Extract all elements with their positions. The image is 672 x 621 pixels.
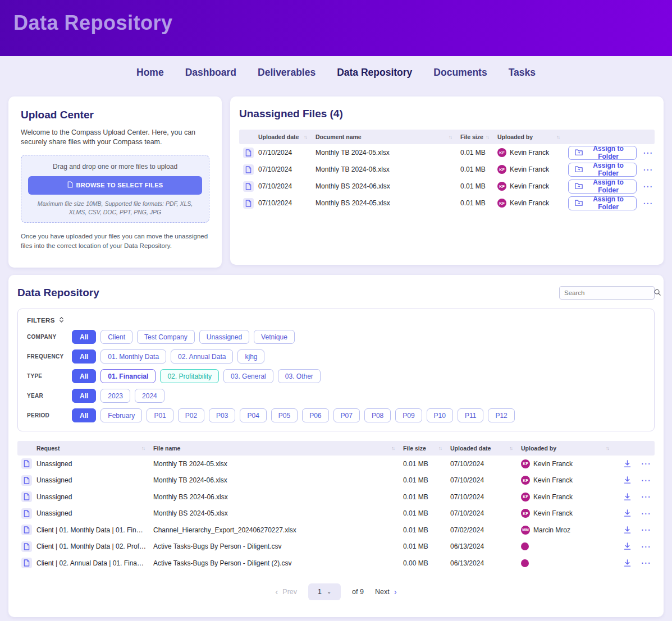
more-menu-icon[interactable]: ⋯: [643, 165, 652, 174]
download-icon[interactable]: [618, 476, 637, 484]
col-file-size: File size: [460, 134, 483, 140]
chip-type-other[interactable]: 03. Other: [278, 369, 321, 383]
assign-to-folder-button[interactable]: Assign to Folder: [568, 180, 637, 194]
document-name-cell: Monthly BS 2024-05.xlsx: [316, 199, 460, 207]
chip-type-all[interactable]: All: [72, 369, 96, 383]
search-icon[interactable]: [654, 288, 661, 298]
assign-to-folder-button[interactable]: Assign to Folder: [568, 196, 637, 210]
sort-icon[interactable]: ↑↓: [509, 445, 512, 451]
chip-year-all[interactable]: All: [72, 389, 96, 403]
request-cell: Unassigned: [36, 509, 153, 517]
chip-period-february[interactable]: February: [100, 408, 142, 422]
filter-row-type: TYPE All 01. Financial 02. Profitability…: [27, 369, 645, 383]
chip-period-p11[interactable]: P11: [458, 408, 483, 422]
sort-icon[interactable]: ↑↓: [449, 134, 451, 140]
chip-frequency-monthly[interactable]: 01. Monthly Data: [100, 349, 166, 364]
chevron-down-icon: ⌄: [327, 588, 331, 595]
uploaded-date-cell: 06/13/2024: [450, 559, 521, 567]
assign-to-folder-button[interactable]: Assign to Folder: [568, 163, 637, 177]
chip-year-2023[interactable]: 2023: [100, 389, 130, 403]
more-menu-icon[interactable]: ⋯: [643, 182, 652, 191]
download-icon[interactable]: [618, 460, 637, 468]
chip-period-p03[interactable]: P03: [209, 408, 235, 422]
more-menu-icon[interactable]: ⋯: [641, 492, 651, 502]
sort-icon[interactable]: ↑↓: [438, 445, 441, 451]
more-menu-icon[interactable]: ⋯: [643, 199, 652, 208]
repository-table-header: Request↑↓ File name↑↓ File size↑↓ Upload…: [17, 441, 655, 456]
download-icon[interactable]: [618, 542, 637, 550]
search-input[interactable]: [564, 289, 651, 296]
download-icon[interactable]: [618, 526, 637, 534]
search-box: [559, 286, 655, 300]
table-header-row: Uploaded date↑↓ Document name↑↓ File siz…: [239, 130, 655, 144]
browse-files-button[interactable]: BROWSE TO SELECT FILES: [28, 176, 202, 195]
sort-icon[interactable]: ↑↓: [304, 134, 307, 140]
chip-period-p02[interactable]: P02: [178, 408, 204, 422]
nav-item-deliverables[interactable]: Deliverables: [258, 67, 316, 79]
chip-period-p10[interactable]: P10: [427, 408, 453, 422]
file-size-cell: 0.01 MB: [403, 509, 450, 517]
nav-item-documents[interactable]: Documents: [433, 67, 487, 79]
chip-period-all[interactable]: All: [72, 408, 96, 422]
filter-row-company: COMPANY All Client Test Company Unassign…: [27, 330, 645, 344]
sort-icon[interactable]: ↑↓: [141, 445, 144, 451]
filter-row-year: YEAR All 2023 2024: [27, 389, 645, 403]
filter-row-period: PERIOD All February P01 P02 P03 P04 P05 …: [27, 408, 645, 422]
chip-company-all[interactable]: All: [72, 330, 96, 344]
chip-frequency-all[interactable]: All: [72, 349, 96, 364]
chip-frequency-annual[interactable]: 02. Annual Data: [171, 349, 233, 364]
avatar: KF: [497, 182, 506, 191]
sort-icon[interactable]: ↑↓: [606, 445, 609, 451]
pagination-next-button[interactable]: Next›: [375, 587, 397, 596]
more-menu-icon[interactable]: ⋯: [641, 525, 651, 535]
chip-period-p06[interactable]: P06: [302, 408, 328, 422]
sort-icon[interactable]: ↑↓: [556, 134, 559, 140]
chip-period-p01[interactable]: P01: [147, 408, 173, 422]
avatar: KF: [521, 476, 530, 485]
chip-year-2024[interactable]: 2024: [135, 389, 164, 403]
nav-item-tasks[interactable]: Tasks: [509, 67, 536, 79]
chip-type-financial[interactable]: 01. Financial: [100, 369, 156, 383]
more-menu-icon[interactable]: ⋯: [641, 558, 651, 568]
chip-period-p05[interactable]: P05: [271, 408, 298, 422]
document-icon: [21, 458, 32, 469]
chip-type-profitability[interactable]: 02. Profitability: [160, 369, 219, 383]
document-icon: [21, 558, 32, 568]
more-menu-icon[interactable]: ⋯: [641, 542, 651, 551]
uploaded-by-cell: Kevin Franck: [533, 493, 573, 501]
chip-period-p07[interactable]: P07: [333, 408, 360, 422]
chip-company-unassigned[interactable]: Unassigned: [199, 330, 249, 344]
more-menu-icon[interactable]: ⋯: [641, 459, 651, 468]
pagination-prev-button[interactable]: ‹Prev: [275, 587, 297, 596]
collapse-icon: [59, 316, 64, 324]
chip-period-p04[interactable]: P04: [240, 408, 266, 422]
chip-period-p08[interactable]: P08: [364, 408, 391, 422]
uploaded-date-cell: 07/10/2024: [258, 199, 316, 207]
chip-type-general[interactable]: 03. General: [223, 369, 273, 383]
more-menu-icon[interactable]: ⋯: [641, 509, 651, 518]
filters-toggle[interactable]: FILTERS: [27, 316, 645, 324]
top-navigation: Home Dashboard Deliverables Data Reposit…: [0, 56, 672, 89]
file-size-cell: 0.01 MB: [403, 460, 450, 468]
folder-icon: [575, 149, 583, 157]
more-menu-icon[interactable]: ⋯: [641, 476, 651, 485]
chip-company-test-company[interactable]: Test Company: [137, 330, 195, 344]
upload-dropzone[interactable]: Drag and drop one or more files to uploa…: [21, 155, 209, 223]
nav-item-data-repository[interactable]: Data Repository: [337, 67, 412, 79]
download-icon[interactable]: [618, 493, 637, 501]
chip-period-p12[interactable]: P12: [488, 408, 514, 422]
download-icon[interactable]: [618, 509, 637, 517]
nav-item-home[interactable]: Home: [136, 67, 164, 79]
assign-to-folder-button[interactable]: Assign to Folder: [568, 146, 637, 160]
chip-frequency-kjhg[interactable]: kjhg: [237, 349, 264, 364]
sort-icon[interactable]: ↑↓: [391, 445, 394, 451]
download-icon[interactable]: [618, 559, 637, 567]
chip-company-client[interactable]: Client: [100, 330, 132, 344]
nav-item-dashboard[interactable]: Dashboard: [185, 67, 236, 79]
chip-company-vetnique[interactable]: Vetnique: [254, 330, 295, 344]
more-menu-icon[interactable]: ⋯: [643, 148, 652, 158]
chip-period-p09[interactable]: P09: [395, 408, 422, 422]
page-select[interactable]: 1⌄: [308, 583, 341, 600]
file-name-cell: Monthly BS 2024-06.xlsx: [153, 493, 403, 501]
sort-icon[interactable]: ↑↓: [486, 134, 488, 140]
